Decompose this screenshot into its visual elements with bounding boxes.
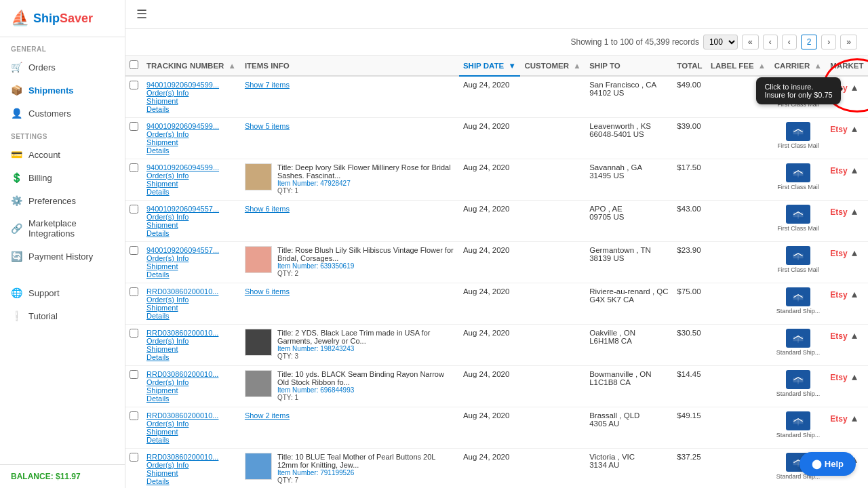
order-link[interactable]: Details [146, 436, 237, 444]
row-checkbox[interactable] [130, 370, 138, 379]
order-link[interactable]: Details [146, 394, 237, 403]
order-link[interactable]: Order(s) Info [146, 337, 237, 345]
insurance-icon[interactable]: ▴ [852, 288, 857, 300]
row-checkbox-cell [125, 242, 142, 283]
order-link[interactable]: Details [146, 188, 237, 196]
sidebar-item-account[interactable]: 💳 Account [0, 143, 125, 166]
order-link[interactable]: Details [146, 270, 237, 279]
row-checkbox[interactable] [130, 122, 138, 131]
label-fee-header[interactable]: LABEL FEE ▲ [707, 56, 770, 76]
order-link[interactable]: Order(s) Info [146, 378, 237, 386]
tracking-number-link[interactable]: 9400109206094599... [146, 81, 219, 89]
tracking-number-link[interactable]: 9400109206094599... [146, 122, 219, 130]
tracking-number-link[interactable]: RRD030860200010... [146, 287, 218, 296]
order-link[interactable]: Shipment [146, 428, 237, 436]
total-header: TOTAL [673, 56, 707, 76]
order-link[interactable]: Shipment [146, 180, 237, 188]
item-thumbnail [245, 246, 272, 273]
help-button[interactable]: ⬤ Help [800, 452, 856, 476]
order-link[interactable]: Details [146, 105, 237, 113]
show-items-link[interactable]: Show 5 items [245, 122, 290, 130]
sidebar-item-payment-history[interactable]: 🔄 Payment History [0, 245, 125, 268]
carrier-info: First Class Mail [774, 163, 823, 190]
tracking-number-link[interactable]: 9400109206094557... [146, 205, 219, 213]
row-checkbox[interactable] [130, 411, 138, 420]
row-checkbox[interactable] [130, 81, 138, 89]
row-checkbox[interactable] [130, 453, 138, 462]
order-link[interactable]: Order(s) Info [146, 296, 237, 304]
row-checkbox[interactable] [130, 287, 138, 296]
ship-date-header[interactable]: SHIP DATE ▼ [459, 56, 520, 76]
tracking-number-link[interactable]: RRD030860200010... [146, 453, 218, 461]
order-link[interactable]: Order(s) Info [146, 89, 237, 97]
insurance-icon[interactable]: ▴ [852, 329, 857, 341]
tracking-number-link[interactable]: 9400109206094557... [146, 246, 219, 254]
order-link[interactable]: Shipment [146, 304, 237, 312]
order-link[interactable]: Order(s) Info [146, 213, 237, 221]
order-link[interactable]: Order(s) Info [146, 461, 237, 469]
customer-header[interactable]: CUSTOMER ▲ [520, 56, 585, 76]
order-link[interactable]: Shipment [146, 138, 237, 146]
tracking-number-link[interactable]: RRD030860200010... [146, 329, 218, 337]
insurance-icon[interactable]: ▴ [852, 205, 857, 217]
prev-page2-button[interactable]: ‹ [782, 35, 797, 49]
row-checkbox[interactable] [130, 163, 138, 172]
order-link[interactable]: Order(s) Info [146, 130, 237, 138]
order-link[interactable]: Shipment [146, 386, 237, 394]
customer-cell [520, 159, 585, 201]
order-link[interactable]: Order(s) Info [146, 171, 237, 180]
sidebar-item-orders[interactable]: 🛒 Orders [0, 56, 125, 79]
insurance-icon[interactable]: ▴ [852, 164, 857, 176]
order-link[interactable]: Details [146, 229, 237, 237]
order-link[interactable]: Shipment [146, 221, 237, 229]
order-link[interactable]: Shipment [146, 262, 237, 270]
sidebar-item-marketplace[interactable]: 🔗 Marketplace Integrations [0, 212, 125, 245]
carrier-header[interactable]: CARRIER ▲ [770, 56, 827, 76]
show-items-link[interactable]: Show 7 items [245, 81, 290, 89]
row-checkbox-cell [125, 118, 142, 159]
sidebar-item-preferences[interactable]: ⚙️ Preferences [0, 189, 125, 212]
tracking-number-link[interactable]: 9400109206094599... [146, 163, 219, 171]
sidebar-item-shipments[interactable]: 📦 Shipments [0, 79, 125, 102]
row-checkbox[interactable] [130, 246, 138, 255]
ship-date-cell: Aug 24, 2020 [459, 76, 520, 118]
tracking-header[interactable]: TRACKING NUMBER ▲ [142, 56, 241, 76]
order-link[interactable]: Details [146, 312, 237, 320]
order-link[interactable]: Order(s) Info [146, 420, 237, 428]
sidebar-item-tutorial[interactable]: ❕ Tutorial [0, 304, 125, 327]
insurance-wrapper: ▴ [852, 373, 857, 382]
prev-page-button[interactable]: ‹ [763, 35, 778, 49]
insurance-wrapper: ▴ [852, 167, 857, 175]
order-link[interactable]: Details [146, 477, 237, 485]
show-items-link[interactable]: Show 2 items [245, 411, 290, 420]
show-items-link[interactable]: Show 6 items [245, 205, 290, 213]
order-link[interactable]: Details [146, 353, 237, 361]
sidebar-item-billing[interactable]: 💲 Billing [0, 166, 125, 189]
row-checkbox[interactable] [130, 329, 138, 338]
next-page-button[interactable]: › [821, 35, 836, 49]
order-link[interactable]: Order(s) Info [146, 254, 237, 262]
order-link[interactable]: Shipment [146, 345, 237, 353]
order-link[interactable]: Shipment [146, 97, 237, 105]
insurance-icon[interactable]: ▴ [852, 81, 857, 93]
insurance-icon[interactable]: ▴ [852, 123, 857, 134]
insurance-icon[interactable]: ▴ [852, 412, 857, 424]
show-items-link[interactable]: Show 6 items [245, 287, 290, 296]
tracking-cell: 9400109206094557...Order(s) InfoShipment… [142, 201, 241, 242]
hamburger-icon[interactable]: ☰ [136, 7, 147, 22]
sidebar-item-support[interactable]: 🌐 Support [0, 281, 125, 304]
order-link[interactable]: Details [146, 146, 237, 155]
insurance-icon[interactable]: ▴ [852, 371, 857, 382]
tracking-cell: RRD030860200010...Order(s) InfoShipmentD… [142, 325, 241, 366]
row-checkbox[interactable] [130, 205, 138, 214]
per-page-select[interactable]: 100 10 25 50 [703, 35, 738, 49]
market-cell: Etsy▴ [826, 325, 868, 366]
last-page-button[interactable]: » [840, 35, 857, 49]
order-link[interactable]: Shipment [146, 469, 237, 477]
first-page-button[interactable]: « [742, 35, 759, 49]
tracking-number-link[interactable]: RRD030860200010... [146, 411, 218, 420]
sidebar-item-customers[interactable]: 👤 Customers [0, 102, 125, 125]
select-all-checkbox[interactable] [130, 60, 138, 69]
tracking-number-link[interactable]: RRD030860200010... [146, 370, 218, 378]
insurance-icon[interactable]: ▴ [852, 247, 857, 258]
